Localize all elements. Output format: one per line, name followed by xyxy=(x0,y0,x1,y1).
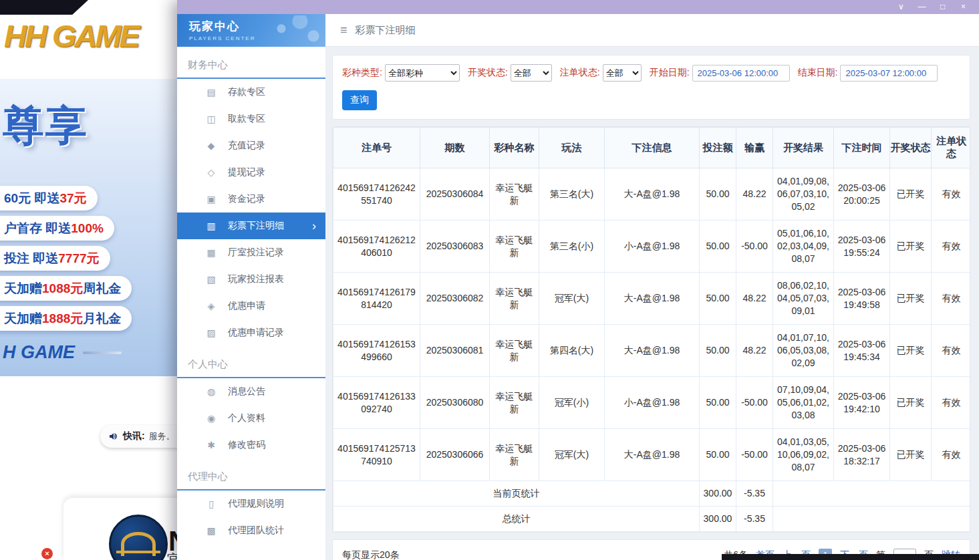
promo-pill[interactable]: 60元 即送37元 xyxy=(0,186,98,211)
background-site: HH GAME 尊享 60元 即送37元 户首存 即送100% 投注 即送777… xyxy=(0,0,177,560)
sidebar-item-recharge-records[interactable]: ◆充值记录 xyxy=(177,132,325,159)
sidebar-item-promo-apply[interactable]: ◈优惠申请 xyxy=(177,293,325,319)
sidebar-item-promo-apply-records[interactable]: ▨优惠申请记录 xyxy=(177,319,325,346)
cell-lottery: 幸运飞艇新 xyxy=(490,325,539,377)
sidebar-section-title: 个人中心 xyxy=(177,354,325,378)
sidebar-item-label: 取款专区 xyxy=(228,113,265,125)
col-header-bet-info: 下注信息 xyxy=(605,128,700,168)
summary-empty xyxy=(773,481,971,507)
sidebar-item-player-bet-report[interactable]: ▧玩家投注报表 xyxy=(177,266,325,293)
promo-pill[interactable]: 天加赠1088元周礼金 xyxy=(0,276,132,301)
draw-status-label: 开奖状态: xyxy=(468,67,508,79)
cell-bet-status: 有效 xyxy=(932,221,971,273)
close-badge-icon[interactable]: × xyxy=(41,548,53,559)
cell-period: 20250306083 xyxy=(420,221,490,273)
window-chevron-icon[interactable]: ∨ xyxy=(891,0,912,14)
start-date-label: 开始日期: xyxy=(650,67,690,79)
cell-amount: 50.00 xyxy=(700,429,736,481)
sidebar-item-profile[interactable]: ◉个人资料 xyxy=(177,405,325,432)
speaker-icon xyxy=(108,431,119,442)
cell-lottery: 幸运飞艇新 xyxy=(490,429,539,481)
draw-status-select[interactable]: 全部 xyxy=(511,64,552,82)
cell-time: 2025-03-06 18:32:17 xyxy=(834,429,890,481)
table-row: 40156917412624255174020250306084幸运飞艇新第三名… xyxy=(333,168,971,221)
table-row: 40156917412621240601020250306083幸运飞艇新第三名… xyxy=(333,221,971,273)
promo-pill[interactable]: 投注 即送7777元 xyxy=(0,246,110,271)
cell-bet-id: 401569174126242551740 xyxy=(333,168,420,221)
window-close-icon[interactable]: × xyxy=(953,0,974,14)
cell-period: 20250306066 xyxy=(420,429,490,481)
pill-text: 月礼金 xyxy=(83,310,121,327)
cell-bet-id: 401569174126153499660 xyxy=(333,325,420,377)
pill-text: 投注 即送 xyxy=(4,250,58,267)
partial-character: 官 xyxy=(167,551,177,560)
promo-pill[interactable]: 户首存 即送100% xyxy=(0,216,114,241)
filter-panel: 彩种类型: 全部彩种 开奖状态: 全部 注单状态: 全部 开始日期: xyxy=(332,55,970,120)
cell-play: 第三名(大) xyxy=(539,168,605,221)
taskbar-strip xyxy=(722,554,979,560)
table-row: 40156917412571374091020250306066幸运飞艇新冠军(… xyxy=(333,429,971,481)
sidebar-item-hall-bet-records[interactable]: ▦厅室投注记录 xyxy=(177,239,325,266)
window-maximize-icon[interactable]: □ xyxy=(932,0,953,14)
promo-pill[interactable]: 天加赠1888元月礼金 xyxy=(0,306,132,331)
cell-lottery: 幸运飞艇新 xyxy=(490,168,539,221)
window-titlebar: ∨ — □ × xyxy=(177,0,979,14)
per-page-text: 每页显示20条 xyxy=(342,549,400,560)
menu-icon[interactable]: ≡ xyxy=(340,23,347,37)
table-row: 40156917412617981442020250306082幸运飞艇新冠军(… xyxy=(333,273,971,325)
end-date-input[interactable] xyxy=(840,65,938,82)
cell-winloss: -50.00 xyxy=(736,429,773,481)
cell-result: 04,01,09,08,06,07,03,10,05,02 xyxy=(773,168,834,221)
table-header-row: 注单号 期数 彩种名称 玩法 下注信息 投注额 输赢 开奖结果 下注时间 开奖状… xyxy=(333,128,971,168)
lottery-type-label: 彩种类型: xyxy=(342,67,382,79)
cell-amount: 50.00 xyxy=(700,377,736,429)
sidebar-item-withdraw-zone[interactable]: ◫取款专区 xyxy=(177,106,325,132)
promo-records-icon: ▨ xyxy=(205,327,217,338)
pill-text: 周礼金 xyxy=(83,280,121,297)
cell-bet-info: 大-A盘@1.98 xyxy=(605,168,700,221)
col-header-bet-id: 注单号 xyxy=(333,128,420,168)
start-date-input[interactable] xyxy=(692,65,790,82)
sidebar-item-label: 优惠申请 xyxy=(228,300,265,312)
sidebar-subtitle: PLAYERS CENTER xyxy=(189,35,325,41)
cell-bet-info: 小-A盘@1.98 xyxy=(605,221,700,273)
window-minimize-icon[interactable]: — xyxy=(912,0,932,14)
sidebar-title: 玩家中心 xyxy=(189,19,325,34)
sidebar-item-withdrawal-records[interactable]: ◇提现记录 xyxy=(177,159,325,186)
sidebar-item-label: 提现记录 xyxy=(228,166,265,178)
sidebar-item-label: 代理团队统计 xyxy=(228,525,284,537)
sidebar-item-deposit-zone[interactable]: ▤存款专区 xyxy=(177,79,325,106)
agent-rules-icon: ▯ xyxy=(205,499,217,509)
cell-play: 第三名(小) xyxy=(539,221,605,273)
sidebar-item-agent-team-stats[interactable]: ▩代理团队统计 xyxy=(177,517,325,544)
page-title: 彩票下注明细 xyxy=(356,24,416,37)
pill-text: 户首存 即送 xyxy=(4,220,71,237)
agent-team-icon: ▩ xyxy=(205,525,217,536)
sidebar-item-label: 个人资料 xyxy=(228,412,265,424)
chevron-right-icon: › xyxy=(312,220,316,232)
bet-status-select[interactable]: 全部 xyxy=(603,64,642,82)
search-button[interactable]: 查询 xyxy=(342,90,377,110)
sidebar-item-announcements[interactable]: ◍消息公告 xyxy=(177,378,325,405)
lottery-type-select[interactable]: 全部彩种 xyxy=(385,64,460,82)
col-header-play: 玩法 xyxy=(539,128,605,168)
sidebar-item-change-password[interactable]: ✱修改密码 xyxy=(177,432,325,458)
funds-icon: ▣ xyxy=(205,194,217,204)
sidebar-item-label: 优惠申请记录 xyxy=(228,327,284,339)
ticker-label: 快讯: xyxy=(123,430,145,442)
cell-time: 2025-03-06 19:49:58 xyxy=(834,273,890,325)
cell-amount: 50.00 xyxy=(700,325,736,377)
sidebar-item-agent-rules[interactable]: ▯代理规则说明 xyxy=(177,491,325,517)
cell-period: 20250306084 xyxy=(420,168,490,221)
sidebar-section-title: 财务中心 xyxy=(177,55,325,79)
cell-time: 2025-03-06 19:45:34 xyxy=(834,325,890,377)
cell-draw-status: 已开奖 xyxy=(890,221,932,273)
profile-icon: ◉ xyxy=(205,413,217,424)
sidebar-item-funds-records[interactable]: ▣资金记录 xyxy=(177,186,325,213)
pill-text: 60元 即送 xyxy=(4,190,59,207)
bet-table-panel: 注单号 期数 彩种名称 玩法 下注信息 投注额 输赢 开奖结果 下注时间 开奖状… xyxy=(332,126,970,533)
sidebar-item-lottery-bet-details[interactable]: ▥彩票下注明细› xyxy=(177,213,325,239)
col-header-period: 期数 xyxy=(420,128,490,168)
cell-lottery: 幸运飞艇新 xyxy=(490,377,539,429)
news-ticker[interactable]: 快讯: 服务。 xyxy=(100,425,177,448)
